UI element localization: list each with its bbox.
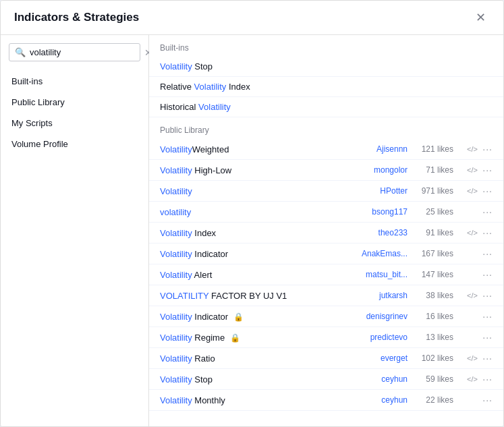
result-menu[interactable]: ··· [480,374,493,385]
result-code: </> [459,229,478,237]
result-name: VOLATILITY FACTOR BY UJ V1 [160,291,354,301]
close-button[interactable]: ✕ [472,10,490,25]
list-item[interactable]: Volatility Stop ceyhun 59 likes </> ··· [149,369,503,390]
result-author: matsu_bit... [354,270,408,279]
result-menu[interactable]: ··· [480,248,493,259]
list-item[interactable]: Historical Volatility [149,97,503,117]
result-name: VolatilityWeighted [160,144,354,154]
result-menu[interactable]: ··· [480,144,493,154]
list-item[interactable]: Volatility Monthly ceyhun 22 likes ··· [149,390,503,411]
result-name: Volatility Index [160,228,354,238]
list-item[interactable]: Volatility Regime 🔒 predictevo 13 likes … [149,327,503,348]
result-likes: 147 likes [413,270,453,279]
result-likes: 971 likes [413,186,453,196]
search-icon: 🔍 [15,47,26,57]
result-menu[interactable]: ··· [480,269,493,280]
result-name: Relative Volatility Index [160,82,493,92]
result-likes: 71 likes [413,165,453,175]
search-input[interactable] [30,47,143,57]
result-name: Volatility Indicator [160,249,354,259]
result-author: predictevo [354,333,408,342]
result-menu[interactable]: ··· [480,311,493,322]
result-code: </> [459,375,478,383]
result-name: Volatility Indicator 🔒 [160,312,354,322]
result-name: Volatility Alert [160,270,354,280]
result-name: Volatility High-Low [160,165,354,175]
list-item[interactable]: Relative Volatility Index [149,77,503,97]
result-name: Historical Volatility [160,102,493,112]
result-author: ceyhun [354,374,408,384]
list-item[interactable]: Volatility Ratio everget 102 likes </> ·… [149,348,503,369]
result-likes: 121 likes [413,144,453,154]
sidebar-item-my-scripts[interactable]: My Scripts [1,113,148,134]
result-name: Volatility Monthly [160,395,354,405]
list-item[interactable]: Volatility Index theo233 91 likes </> ··… [149,223,503,244]
public-library-section-label: Public Library [149,117,503,139]
result-code: </> [459,354,478,362]
result-menu[interactable]: ··· [480,165,493,175]
result-code: </> [459,187,478,195]
result-author: everget [354,353,408,363]
result-likes: 38 likes [413,291,453,300]
sidebar-item-public-library[interactable]: Public Library [1,92,148,113]
modal-header: Indicators & Strategies ✕ [1,1,503,35]
result-author: Ajisennn [354,144,408,154]
results-area: Built-ins Volatility Stop Relative Volat… [149,35,503,426]
builtins-section-label: Built-ins [149,35,503,57]
result-name: volatility [160,207,354,217]
result-likes: 25 likes [413,207,453,217]
result-author: AnakEmas... [354,249,408,258]
list-item[interactable]: VolatilityWeighted Ajisennn 121 likes </… [149,139,503,160]
search-box: 🔍 ✕ [9,43,140,61]
result-menu[interactable]: ··· [480,227,493,238]
result-menu[interactable]: ··· [480,186,493,196]
result-likes: 167 likes [413,249,453,258]
result-author: mongolor [354,165,408,175]
list-item[interactable]: Volatility Indicator AnakEmas... 167 lik… [149,244,503,264]
result-author: ceyhun [354,395,408,405]
result-likes: 91 likes [413,228,453,237]
result-author: HPotter [354,186,408,196]
result-name: Volatility Regime 🔒 [160,333,354,343]
list-item[interactable]: Volatility Indicator 🔒 denisgrinev 16 li… [149,306,503,327]
lock-icon: 🔒 [233,312,244,322]
list-item[interactable]: VOLATILITY FACTOR BY UJ V1 jutkarsh 38 l… [149,285,503,306]
result-menu[interactable]: ··· [480,206,493,217]
list-item[interactable]: Volatility Stop [149,57,503,77]
result-likes: 16 likes [413,312,453,321]
result-likes: 102 likes [413,353,453,363]
result-menu[interactable]: ··· [480,353,493,364]
result-code: </> [459,166,478,174]
result-menu[interactable]: ··· [480,290,493,301]
result-name: Volatility Stop [160,61,493,72]
result-menu[interactable]: ··· [480,395,493,405]
result-name: Volatility [160,186,354,196]
result-author: jutkarsh [354,291,408,300]
indicators-strategies-modal: Indicators & Strategies ✕ 🔍 ✕ Built-ins … [0,0,504,427]
result-name: Volatility Stop [160,374,354,385]
modal-title: Indicators & Strategies [14,11,139,24]
sidebar-item-volume-profile[interactable]: Volume Profile [1,134,148,154]
modal-body: 🔍 ✕ Built-ins Public Library My Scripts … [1,35,503,426]
list-item[interactable]: volatility bsong117 25 likes ··· [149,202,503,223]
result-author: theo233 [354,228,408,237]
sidebar-item-builtins[interactable]: Built-ins [1,71,148,92]
list-item[interactable]: Volatility Alert matsu_bit... 147 likes … [149,264,503,285]
result-likes: 22 likes [413,395,453,405]
result-menu[interactable]: ··· [480,332,493,343]
list-item[interactable]: Volatility HPotter 971 likes </> ··· [149,181,503,202]
result-author: denisgrinev [354,312,408,321]
lock-icon: 🔒 [230,333,240,343]
result-likes: 13 likes [413,333,453,342]
result-name: Volatility Ratio [160,353,354,364]
result-likes: 59 likes [413,374,453,384]
result-author: bsong117 [354,207,408,217]
sidebar: 🔍 ✕ Built-ins Public Library My Scripts … [1,35,149,426]
result-code: </> [459,145,478,153]
result-code: </> [459,291,478,300]
list-item[interactable]: Volatility High-Low mongolor 71 likes </… [149,160,503,181]
